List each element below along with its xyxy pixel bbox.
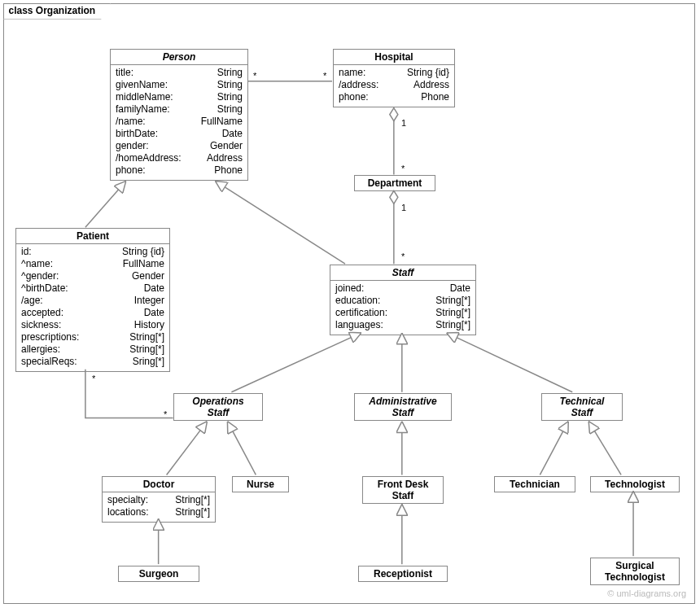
multiplicity: 1 [401, 203, 406, 212]
svg-line-8 [167, 422, 208, 475]
svg-line-5 [231, 333, 361, 392]
class-person: Person title:String givenName:String mid… [110, 49, 248, 181]
multiplicity: * [323, 71, 326, 81]
multiplicity: * [164, 409, 167, 419]
class-attributes: name:String {id} /address:Address phone:… [334, 65, 454, 107]
class-staff: Staff joined:Date education:String[*] ce… [330, 265, 476, 335]
class-title: Surgeon [119, 566, 199, 581]
class-title: Front DeskStaff [363, 477, 443, 503]
class-title: Staff [330, 265, 475, 280]
multiplicity: * [253, 71, 256, 81]
class-attributes: title:String givenName:String middleName… [111, 65, 247, 180]
svg-line-4 [215, 181, 345, 264]
class-nurse: Nurse [232, 476, 289, 492]
class-title: AdministrativeStaff [355, 394, 451, 420]
svg-line-7 [447, 333, 573, 392]
class-operations-staff: OperationsStaff [173, 393, 263, 421]
class-attributes: specialty:String[*] locations:String[*] [103, 492, 215, 522]
class-patient: Patient id:String {id} ^name:FullName ^g… [15, 228, 170, 372]
svg-line-12 [588, 422, 621, 475]
diagram-frame: class Organization Person title:String g… [3, 3, 695, 604]
class-title: Nurse [233, 477, 288, 492]
class-title: TechnicalStaff [542, 394, 622, 420]
multiplicity: 1 [401, 118, 406, 128]
class-title: Technician [495, 477, 575, 492]
class-title: OperationsStaff [174, 394, 262, 420]
svg-line-9 [227, 422, 256, 475]
class-title: SurgicalTechnologist [591, 558, 679, 584]
svg-line-3 [85, 181, 126, 227]
class-receptionist: Receptionist [358, 566, 448, 582]
class-surgical-technologist: SurgicalTechnologist [590, 558, 680, 585]
class-title: Department [355, 176, 435, 190]
multiplicity: * [401, 252, 405, 261]
class-attributes: id:String {id} ^name:FullName ^gender:Ge… [16, 244, 169, 371]
class-attributes: joined:Date education:String[*] certific… [330, 281, 475, 335]
class-title: Technologist [591, 477, 679, 492]
class-title: Patient [16, 229, 169, 243]
frame-label: class Organization [3, 3, 112, 20]
class-technologist: Technologist [590, 476, 680, 492]
multiplicity: * [92, 374, 95, 383]
class-hospital: Hospital name:String {id} /address:Addre… [333, 49, 455, 107]
class-front-desk-staff: Front DeskStaff [362, 476, 444, 504]
svg-line-11 [540, 422, 568, 475]
class-department: Department [354, 175, 435, 191]
class-administrative-staff: AdministrativeStaff [354, 393, 452, 421]
class-title: Hospital [334, 50, 454, 64]
class-technician: Technician [494, 476, 575, 492]
watermark: © uml-diagrams.org [607, 588, 686, 598]
class-title: Receptionist [359, 566, 447, 581]
multiplicity: * [401, 164, 405, 173]
class-title: Person [111, 50, 247, 64]
class-surgeon: Surgeon [118, 566, 199, 582]
class-title: Doctor [103, 477, 215, 492]
class-doctor: Doctor specialty:String[*] locations:Str… [102, 476, 216, 523]
class-technical-staff: TechnicalStaff [541, 393, 623, 421]
